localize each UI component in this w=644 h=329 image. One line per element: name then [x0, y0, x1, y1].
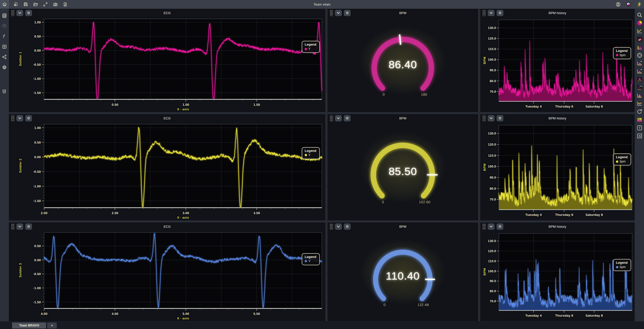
svg-text:0.50: 0.50 [34, 141, 41, 144]
drag-handle[interactable] [11, 115, 14, 121]
collapse-button[interactable] [335, 10, 342, 16]
panel-settings-button[interactable]: ⚙ [25, 223, 32, 230]
svg-text:0.50: 0.50 [34, 35, 41, 38]
sidebar-item-beta-distribution[interactable]: B [636, 68, 643, 74]
sidebar-item-normal-distribution[interactable]: N [636, 60, 643, 66]
sidebar-item-surface-3d[interactable] [636, 36, 643, 42]
panel-title: ECG [164, 11, 171, 15]
svg-text:3.50: 3.50 [253, 211, 260, 215]
panel-settings-button[interactable]: ⚙ [25, 10, 32, 16]
ecg-chart-soldier-2[interactable]: 1.000.500.00-0.50-1.00-1.502.002.503.003… [9, 122, 325, 220]
drag-handle[interactable] [329, 10, 333, 16]
svg-text:180: 180 [421, 92, 427, 96]
panel-settings-button[interactable]: ⚙ [25, 115, 32, 121]
sidebar-item-candlestick-chart[interactable] [636, 101, 643, 107]
collapse-button[interactable] [16, 223, 23, 230]
sidebar-item-layout[interactable] [1, 44, 8, 50]
legend[interactable]: Legend Y [302, 253, 320, 265]
collapse-button[interactable] [488, 223, 495, 230]
chevron-down-icon [18, 225, 21, 228]
new-dashboard-button[interactable] [13, 1, 19, 8]
panel-settings-button[interactable]: ⚙ [497, 115, 503, 121]
svg-text:100.0: 100.0 [488, 164, 496, 168]
sidebar-item-polar-chart[interactable] [636, 52, 643, 58]
expand-icon [43, 2, 48, 7]
sidebar-item-data-sources[interactable] [1, 13, 8, 19]
collapse-button[interactable] [16, 10, 23, 16]
fullscreen-button[interactable] [42, 1, 49, 8]
tab-team-bravo[interactable]: Team BRAVO [12, 322, 46, 328]
svg-text:80.0: 80.0 [490, 79, 496, 83]
panel-settings-button[interactable]: ⚙ [344, 115, 351, 121]
panel-bpm-gauge-1: ⚙ BPM 0180 86.40 [327, 9, 478, 112]
sidebar-item-bar-chart[interactable] [636, 44, 643, 50]
svg-text:90.0: 90.0 [490, 279, 496, 283]
sidebar-item-connections[interactable] [1, 54, 8, 60]
legend[interactable]: Legend bpm [613, 259, 631, 271]
bpm-history-chart-3[interactable]: 130.0120.0110.0100.090.080.070.0Tuesday … [480, 231, 635, 321]
theme-palette-button[interactable] [625, 1, 632, 8]
svg-text:Saturday 8: Saturday 8 [586, 314, 603, 317]
drag-handle[interactable] [329, 223, 333, 230]
sidebar-item-chi-distribution[interactable]: Chi [636, 84, 643, 90]
layout-icon [2, 44, 7, 49]
svg-text:Tuesday 4: Tuesday 4 [525, 314, 542, 317]
screenshot-button[interactable] [52, 1, 58, 8]
sidebar-item-trash[interactable]: ♻ [1, 88, 8, 94]
export-pdf-button[interactable] [62, 1, 68, 8]
panel-title: BPM history [548, 225, 566, 228]
svg-text:-0.50: -0.50 [33, 272, 41, 276]
sidebar-item-refresh-loop[interactable] [636, 109, 643, 115]
sidebar-item-image[interactable] [636, 117, 643, 123]
beta-distribution-icon: B [637, 69, 642, 74]
sidebar-item-histogram-3d[interactable] [636, 76, 643, 82]
collapse-button[interactable] [335, 223, 342, 230]
candlestick-icon [637, 101, 642, 107]
drag-handle[interactable] [482, 10, 486, 16]
legend-dot [616, 160, 618, 163]
collapse-button[interactable] [335, 115, 342, 121]
sidebar-item-settings[interactable] [1, 64, 8, 70]
drag-handle[interactable] [11, 223, 14, 230]
sidebar-item-functions[interactable]: f [1, 33, 8, 39]
bpm-history-chart-2[interactable]: 130.0120.0110.0100.090.080.070.0Tuesday … [480, 122, 635, 220]
user-icon [616, 2, 621, 7]
svg-text:100.0: 100.0 [488, 269, 496, 273]
open-button[interactable] [32, 1, 39, 8]
ecg-chart-soldier-3[interactable]: 0.500.00-0.50-1.00-1.504.004.505.005.50X… [9, 231, 325, 321]
drag-handle[interactable] [11, 10, 14, 16]
legend[interactable]: Legend Y [302, 147, 320, 159]
panel-title: ECG [164, 225, 171, 228]
ecg-chart-soldier-1[interactable]: 1.000.500.00-0.50-1.00-1.500.501.001.50X… [9, 17, 325, 112]
legend[interactable]: Legend bpm [613, 47, 631, 59]
panel-settings-button[interactable]: ⚙ [497, 10, 503, 16]
add-tab-button[interactable]: + [47, 322, 57, 328]
drag-handle[interactable] [482, 223, 486, 230]
collapse-button[interactable] [488, 10, 495, 16]
drag-handle[interactable] [482, 115, 486, 121]
collapse-button[interactable] [16, 115, 23, 121]
sidebar-item-line-chart[interactable] [636, 28, 643, 34]
legend[interactable]: Legend Y [302, 41, 320, 53]
panel-title: BPM history [548, 11, 566, 15]
panel-settings-button[interactable]: ⚙ [497, 223, 503, 230]
save-button[interactable] [22, 1, 29, 8]
drag-handle[interactable] [329, 115, 333, 121]
home-button[interactable] [0, 0, 9, 9]
panel-settings-button[interactable]: ⚙ [344, 223, 351, 230]
legend[interactable]: Legend bpm [613, 153, 631, 166]
panel-bpm-history-1: ⚙ BPM history 130.0120.0110.0100.090.080… [480, 9, 635, 112]
sidebar-item-ai-model[interactable] [1, 23, 8, 29]
svg-text:130.0: 130.0 [488, 26, 496, 30]
sidebar-item-search[interactable] [636, 12, 643, 18]
sidebar-item-text-tool[interactable]: T [636, 125, 643, 131]
collapse-button[interactable] [488, 115, 495, 121]
bpm-history-chart-1[interactable]: 130.0120.0110.0100.090.080.070.0Tuesday … [480, 17, 635, 112]
svg-text:X - axis: X - axis [177, 316, 189, 320]
sidebar-item-note-tool[interactable]: N [636, 133, 643, 139]
sidebar-item-pie-chart[interactable] [636, 20, 643, 26]
account-button[interactable] [615, 1, 621, 8]
sidebar-item-density-plot[interactable] [636, 92, 643, 98]
panel-settings-button[interactable]: ⚙ [344, 10, 351, 16]
pie-chart-icon [637, 20, 642, 26]
